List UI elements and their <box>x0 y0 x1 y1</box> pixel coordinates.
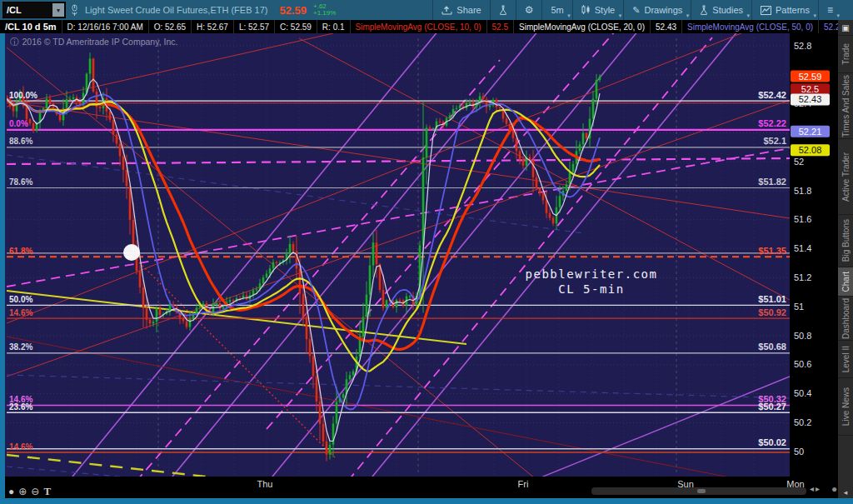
symbol-timeframe: /CL 10 d 5m <box>0 20 62 33</box>
caret-down-icon: ▾ <box>567 12 571 19</box>
toolbar-flask-button[interactable] <box>490 0 516 20</box>
y-axis-tick: 51 <box>794 302 804 312</box>
status-row: /CL 10 d 5m D: 12/16/16 7:00 AMO: 52.65H… <box>0 20 853 33</box>
sidebar-tab-chart[interactable]: Chart <box>838 267 853 296</box>
right-sidebar: ▣ TradeTimes And SalesActive TraderBig B… <box>838 20 853 498</box>
price-bubble-text: 52.21 <box>799 127 822 137</box>
y-axis-tick: 50.6 <box>794 359 811 369</box>
toolbar-buttons: Share⚙5m▾Style▾✎Drawings▾Studies▾Pattern… <box>432 0 841 20</box>
price-level-label: $52.42 <box>758 90 786 100</box>
copyright-notice: ⓘ2016 © TD Ameritrade IP Company, Inc. <box>10 37 177 48</box>
price-level-label: $51.01 <box>758 294 786 304</box>
fib-label: 61.8% <box>9 247 32 256</box>
toolbar-studies-button[interactable]: Studies▾ <box>691 0 751 20</box>
info-icon: ⓘ <box>10 37 19 47</box>
fib-label: 0.0% <box>9 119 28 128</box>
button-label: Studies <box>712 5 743 15</box>
study-value: 52.5 <box>487 20 514 33</box>
last-price: 52.59 <box>279 4 307 17</box>
toolbar-interval-button[interactable]: 5m▾ <box>541 0 571 20</box>
pan-tool-icon[interactable]: ● <box>8 486 14 497</box>
ohlc-field: D: 12/16/16 7:00 AM <box>62 20 149 33</box>
sidebar-tab-dashboard[interactable]: Dashboard <box>838 296 853 340</box>
sidebar-tab-level-ii[interactable]: Level II <box>838 340 853 377</box>
y-axis-tick: 50.4 <box>794 388 811 398</box>
price-bubble-text: 52.43 <box>799 94 822 104</box>
y-axis-tick: 50 <box>794 447 804 457</box>
toolbar-patterns-button[interactable]: Patterns▾ <box>751 0 818 20</box>
change-pct: +1.19% <box>313 10 336 17</box>
watermark-text: pebblewriter.com <box>526 267 658 281</box>
price-level-label: $51.82 <box>758 177 786 187</box>
chart-canvas[interactable]: pebblewriter.comCL 5-min100.0%$52.420.0%… <box>0 33 838 477</box>
toolbar-menu-button[interactable]: ≡▾ <box>818 0 841 20</box>
y-axis-tick: 50.2 <box>794 417 811 427</box>
price-bubble-text: 52.5 <box>801 84 819 94</box>
symbol-input[interactable]: /CL ▾ <box>2 2 66 18</box>
study-label: SimpleMovingAvg (CLOSE, 10, 0) <box>351 20 487 33</box>
pencil-icon: ✎ <box>632 5 640 16</box>
price-bubble-text: 52.08 <box>799 145 822 155</box>
flask-icon <box>700 5 708 15</box>
sidebar-tab-live-news[interactable]: Live News <box>838 377 853 435</box>
horizontal-scrollbar[interactable] <box>591 487 806 495</box>
ohlc-field: L: 52.57 <box>234 20 275 33</box>
sidebar-tab-big-buttons[interactable]: Big Buttons <box>838 214 853 267</box>
y-axis-tick: 51.2 <box>794 272 811 282</box>
y-axis-tick: 51.8 <box>794 186 811 196</box>
price-level-label: $52.1 <box>763 136 786 146</box>
price-level-label: $50.92 <box>758 307 786 317</box>
sidebar-tab-trade[interactable]: Trade <box>838 35 853 72</box>
ohlc-field: C: 52.59 <box>275 20 317 33</box>
study-value: 52.43 <box>651 20 682 33</box>
sidebar-tab-times-and-sales[interactable]: Times And Sales <box>838 72 853 138</box>
time-axis-label: Mon <box>786 479 804 489</box>
gear-icon: ⚙ <box>525 4 534 16</box>
price-level-label: $52.22 <box>758 118 786 128</box>
scroll-reset-icon[interactable]: ● <box>831 483 837 495</box>
annotation-marker[interactable] <box>123 244 140 261</box>
button-label: Patterns <box>776 5 810 15</box>
price-level-label: $50.02 <box>758 437 786 447</box>
sidebar-empty <box>838 435 853 487</box>
caret-down-icon: ▾ <box>747 12 751 19</box>
button-label: 5m <box>551 5 563 15</box>
toolbar-drawings-button[interactable]: ✎Drawings▾ <box>623 0 691 20</box>
button-label: Share <box>456 5 481 15</box>
y-axis-tick: 50.8 <box>794 331 811 341</box>
sidebar-tab-active-trader[interactable]: Active Trader <box>838 138 853 214</box>
fib-label: 100.0% <box>9 91 37 100</box>
fib-label: 88.6% <box>9 137 32 146</box>
time-axis-label: Fri <box>518 479 529 489</box>
top-toolbar: /CL ▾ Light Sweet Crude Oil Futures,ETH … <box>0 0 853 20</box>
button-label: Drawings <box>644 5 682 15</box>
y-axis-tick: 52.8 <box>794 41 811 51</box>
candles-icon <box>581 5 591 15</box>
price-level-label: $50.27 <box>758 402 786 412</box>
sidebar-expand-icon[interactable]: ▣ <box>838 20 853 35</box>
symbol-text: /CL <box>3 5 52 15</box>
share-icon <box>441 6 452 15</box>
symbol-dropdown-icon[interactable]: ▾ <box>52 3 64 17</box>
text-tool-icon[interactable]: T <box>43 485 51 498</box>
price-level-label: $50.68 <box>758 342 786 352</box>
ohlc-field: H: 52.67 <box>192 20 234 33</box>
toolbar-style-button[interactable]: Style▾ <box>572 0 623 20</box>
study-label: SimpleMovingAvg (CLOSE, 20, 0) <box>514 20 651 33</box>
chart-tools: ● ⊕ ⊖ T <box>8 485 51 498</box>
caret-down-icon: ▾ <box>836 12 840 19</box>
toolbar-settings-button[interactable]: ⚙ <box>516 0 542 20</box>
scrollbar-handle[interactable] <box>697 489 706 493</box>
scroll-arrows[interactable]: ◂▸ <box>810 484 821 493</box>
zoom-in-icon[interactable]: ⊕ <box>18 486 27 497</box>
caret-down-icon: ▾ <box>619 12 622 19</box>
time-axis: ● ⊕ ⊖ T ◂▸ ● ThuFriSunMon <box>5 477 838 498</box>
toolbar-share-button[interactable]: Share <box>432 0 489 20</box>
study-label: SimpleMovingAvg (CLOSE, 50, 0) <box>682 20 819 33</box>
window-bottom-frame <box>0 498 853 504</box>
sidebar-collapse-icon[interactable]: ◂ <box>838 487 853 498</box>
chart-link-icon[interactable] <box>71 4 78 17</box>
fib-label: 38.2% <box>9 342 32 352</box>
caret-down-icon: ▾ <box>813 12 816 19</box>
zoom-out-icon[interactable]: ⊖ <box>31 486 39 497</box>
